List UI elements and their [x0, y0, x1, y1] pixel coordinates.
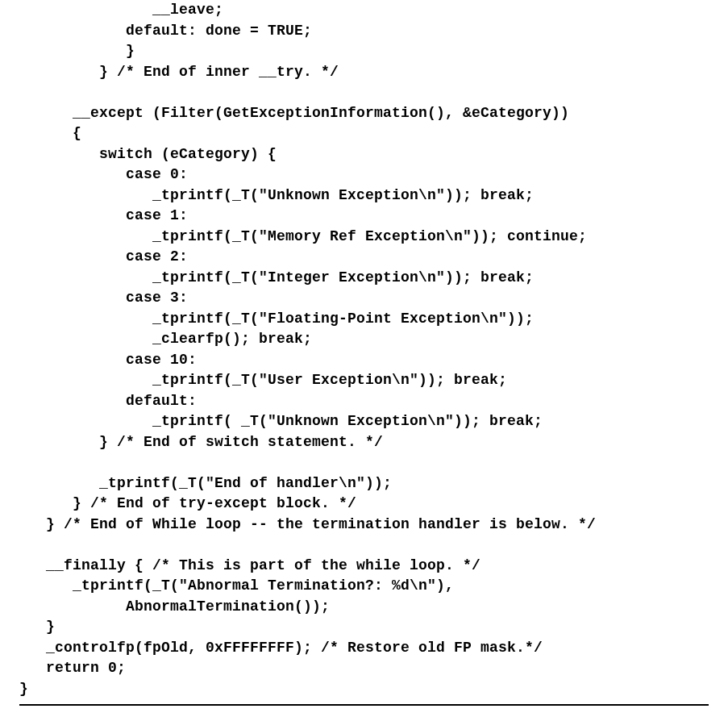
document-page: __leave; default: done = TRUE; } } /* En…	[0, 0, 728, 717]
bottom-rule	[19, 704, 709, 706]
code-listing: __leave; default: done = TRUE; } } /* En…	[19, 0, 709, 699]
